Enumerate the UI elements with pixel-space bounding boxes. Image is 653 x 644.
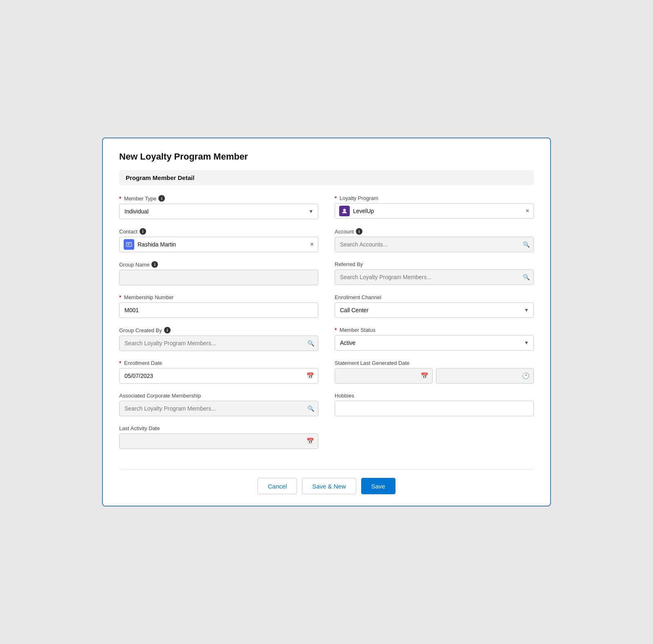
loyalty-program-chip-field[interactable]: LevelUp × [335, 203, 534, 219]
referred-by-group: Referred By 🔍 [335, 261, 534, 285]
enrollment-date-input[interactable] [119, 368, 318, 384]
member-type-label: * Member Type i [119, 195, 318, 202]
statement-time-wrapper: 🕐 [436, 368, 534, 384]
loyalty-program-value: LevelUp [353, 208, 522, 214]
associated-corporate-search-wrapper: 🔍 [119, 401, 318, 416]
group-name-info-icon: i [151, 261, 158, 268]
account-group: Account i 🔍 [335, 228, 534, 252]
save-button[interactable]: Save [361, 478, 395, 494]
membership-number-label: * Membership Number [119, 294, 318, 300]
save-new-button[interactable]: Save & New [302, 478, 356, 494]
referred-by-label: Referred By [335, 261, 534, 267]
member-type-info-icon: i [158, 195, 165, 202]
modal-footer: Cancel Save & New Save [119, 469, 534, 494]
loyalty-program-chip-icon [339, 206, 350, 216]
contact-value: Rashida Martin [138, 241, 307, 248]
member-type-select-wrapper: Individual Corporate Group ▼ [119, 204, 318, 219]
member-type-group: * Member Type i Individual Corporate Gro… [119, 195, 318, 219]
membership-number-input[interactable] [119, 302, 318, 318]
group-name-label: Group Name i [119, 261, 318, 268]
contact-group: Contact i Rashida Martin × [119, 228, 318, 252]
loyalty-program-group: * Loyalty Program LevelUp × [335, 195, 534, 219]
cancel-button[interactable]: Cancel [258, 478, 297, 494]
section-header: Program Member Detail [119, 170, 534, 185]
enrollment-channel-select[interactable]: Call Center Online In-Store Mobile App [335, 302, 534, 318]
hobbies-input[interactable] [335, 401, 534, 416]
account-search-wrapper: 🔍 [335, 237, 534, 252]
account-search-input[interactable] [335, 237, 534, 252]
statement-date-row: 📅 🕐 [335, 368, 534, 384]
statement-date-group: Statement Last Generated Date 📅 🕐 [335, 360, 534, 384]
last-activity-date-group: Last Activity Date 📅 [119, 425, 318, 449]
statement-date-label: Statement Last Generated Date [335, 360, 534, 366]
enrollment-channel-label: Enrollment Channel [335, 294, 534, 300]
group-created-by-group: Group Created By i 🔍 [119, 327, 318, 351]
statement-time-input[interactable] [436, 368, 534, 384]
referred-by-search-wrapper: 🔍 [335, 269, 534, 285]
member-status-select-wrapper: Active Inactive Suspended ▼ [335, 335, 534, 351]
new-loyalty-member-modal: New Loyalty Program Member Program Membe… [102, 138, 551, 506]
group-name-input[interactable] [119, 270, 318, 285]
account-label: Account i [335, 228, 534, 235]
member-status-group: * Member Status Active Inactive Suspende… [335, 327, 534, 351]
loyalty-program-label: * Loyalty Program [335, 195, 534, 201]
enrollment-channel-group: Enrollment Channel Call Center Online In… [335, 294, 534, 318]
contact-chip-icon [124, 239, 134, 250]
last-activity-date-label: Last Activity Date [119, 425, 318, 431]
contact-label: Contact i [119, 228, 318, 235]
svg-rect-1 [127, 242, 132, 246]
group-created-by-search-input[interactable] [119, 335, 318, 351]
last-activity-date-input[interactable] [119, 433, 318, 449]
associated-corporate-group: Associated Corporate Membership 🔍 [119, 393, 318, 416]
associated-corporate-search-input[interactable] [119, 401, 318, 416]
member-status-label: * Member Status [335, 327, 534, 333]
enrollment-date-group: * Enrollment Date 📅 [119, 360, 318, 384]
statement-date-wrapper: 📅 [335, 368, 433, 384]
hobbies-label: Hobbies [335, 393, 534, 399]
hobbies-group: Hobbies [335, 393, 534, 416]
contact-info-icon: i [140, 228, 146, 235]
associated-corporate-label: Associated Corporate Membership [119, 393, 318, 399]
group-created-by-info-icon: i [164, 327, 171, 333]
contact-chip-field[interactable]: Rashida Martin × [119, 237, 318, 252]
statement-date-input[interactable] [335, 368, 433, 384]
enrollment-date-label: * Enrollment Date [119, 360, 318, 366]
enrollment-date-wrapper: 📅 [119, 368, 318, 384]
last-activity-date-wrapper: 📅 [119, 433, 318, 449]
modal-title: New Loyalty Program Member [119, 151, 534, 162]
contact-close-icon[interactable]: × [310, 241, 314, 248]
svg-point-0 [343, 209, 346, 211]
referred-by-search-input[interactable] [335, 269, 534, 285]
group-created-by-search-wrapper: 🔍 [119, 335, 318, 351]
enrollment-channel-select-wrapper: Call Center Online In-Store Mobile App ▼ [335, 302, 534, 318]
loyalty-program-close-icon[interactable]: × [526, 208, 529, 214]
group-name-group: Group Name i [119, 261, 318, 285]
member-type-select[interactable]: Individual Corporate Group [119, 204, 318, 219]
membership-number-group: * Membership Number [119, 294, 318, 318]
member-status-select[interactable]: Active Inactive Suspended [335, 335, 534, 351]
group-created-by-label: Group Created By i [119, 327, 318, 333]
account-info-icon: i [356, 228, 362, 235]
empty-placeholder [335, 425, 534, 458]
form-grid: * Member Type i Individual Corporate Gro… [119, 195, 534, 458]
